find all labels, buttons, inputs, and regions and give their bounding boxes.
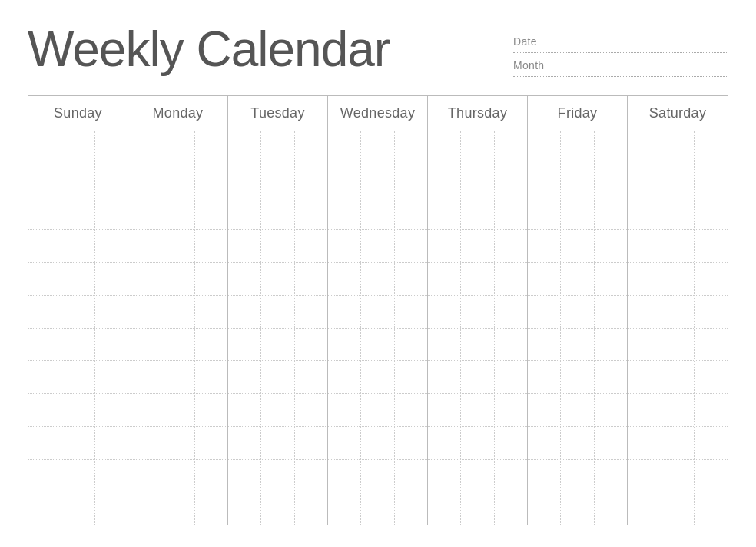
h-line [128,263,227,296]
h-line [428,394,527,427]
h-line [428,361,527,394]
h-lines-thursday [428,131,527,525]
h-line [528,394,627,427]
header: Weekly Calendar Date Month [28,25,728,77]
page-title: Weekly Calendar [28,25,390,74]
h-lines-saturday [628,131,728,525]
h-line [128,164,227,197]
h-line [28,394,128,427]
h-line [328,296,427,329]
column-monday[interactable] [128,131,228,525]
h-line [228,492,327,525]
day-header-friday: Friday [528,96,628,131]
h-line [428,197,527,230]
h-line [528,230,627,263]
h-line [228,197,327,230]
date-label: Date [513,35,728,48]
date-line [513,52,728,53]
h-line [328,197,427,230]
column-saturday[interactable] [628,131,728,525]
column-wednesday[interactable] [328,131,428,525]
h-line [328,164,427,197]
h-line [128,394,227,427]
h-line [328,394,427,427]
h-line [528,164,627,197]
h-line [428,329,527,362]
h-line [528,460,627,493]
h-line [228,329,327,362]
h-line [128,296,227,329]
h-line [228,460,327,493]
h-line [628,361,728,394]
h-line [528,131,627,164]
h-line [328,131,427,164]
h-line [328,492,427,525]
h-line [628,329,728,362]
month-label: Month [513,59,728,71]
column-thursday[interactable] [428,131,528,525]
h-line [428,164,527,197]
date-fields: Date Month [513,25,728,77]
h-line [28,460,128,493]
h-line [228,131,327,164]
day-headers: Sunday Monday Tuesday Wednesday Thursday… [28,96,728,131]
h-line [128,131,227,164]
h-line [28,230,128,263]
day-header-wednesday: Wednesday [328,96,428,131]
month-line [513,76,728,77]
h-line [428,131,527,164]
h-line [428,230,527,263]
h-line [628,263,728,296]
h-line [328,460,427,493]
h-line [228,394,327,427]
h-lines-wednesday [328,131,427,525]
h-line [428,492,527,525]
h-line [28,492,128,525]
h-line [128,197,227,230]
h-line [528,329,627,362]
h-line [228,263,327,296]
h-line [128,361,227,394]
h-line [528,427,627,460]
h-line [528,492,627,525]
h-lines-monday [128,131,227,525]
h-line [228,164,327,197]
h-line [328,361,427,394]
column-sunday[interactable] [28,131,128,525]
h-line [428,460,527,493]
h-line [128,230,227,263]
h-line [28,131,128,164]
h-line [28,164,128,197]
h-line [28,197,128,230]
h-lines-tuesday [228,131,327,525]
h-line [628,230,728,263]
h-line [128,427,227,460]
h-line [528,197,627,230]
h-line [528,361,627,394]
h-line [228,296,327,329]
day-header-monday: Monday [128,96,228,131]
month-field: Month [513,59,728,77]
h-line [228,361,327,394]
day-header-saturday: Saturday [628,96,728,131]
calendar-grid: Sunday Monday Tuesday Wednesday Thursday… [28,95,728,525]
h-line [328,427,427,460]
h-line [628,197,728,230]
h-line [128,492,227,525]
h-line [628,164,728,197]
h-line [428,296,527,329]
date-field: Date [513,35,728,53]
column-tuesday[interactable] [228,131,328,525]
h-line [28,427,128,460]
h-line [228,230,327,263]
h-line [328,263,427,296]
h-line [428,263,527,296]
column-friday[interactable] [528,131,628,525]
h-line [628,492,728,525]
h-line [128,460,227,493]
day-header-tuesday: Tuesday [228,96,328,131]
h-line [528,296,627,329]
h-line [628,427,728,460]
h-line [328,230,427,263]
day-columns [28,131,728,525]
